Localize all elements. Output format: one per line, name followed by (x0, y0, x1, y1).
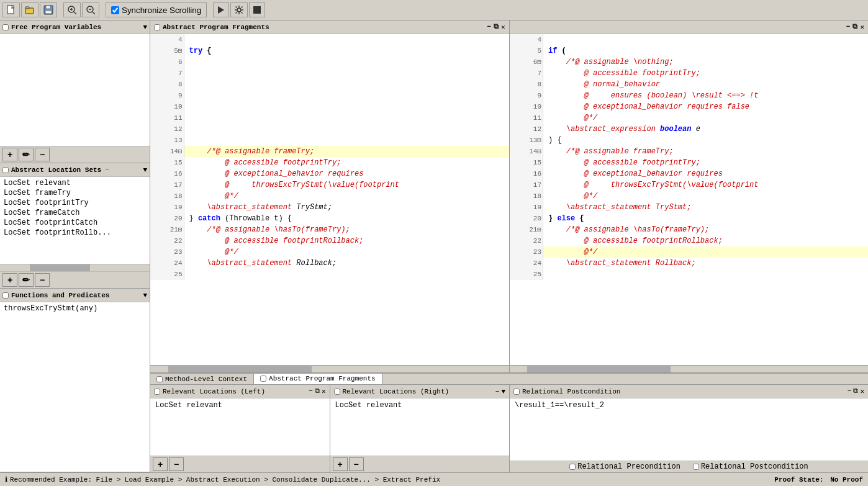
list-item[interactable]: LocSet footprintRollb... (1, 228, 148, 238)
location-sets-remove-button[interactable]: − (35, 273, 50, 287)
code-line (184, 56, 509, 68)
line-number: 12 (150, 124, 184, 135)
relevant-right-header: Relevant Locations (Right) − ▼ (330, 385, 510, 398)
right-close-icon[interactable]: ✕ (860, 23, 864, 31)
bottom-panels: Relevant Locations (Left) − ⧉ ✕ LocSet r… (150, 385, 868, 472)
rel-postcondition-checkbox[interactable] (693, 464, 699, 470)
line-number: 14⊟ (150, 146, 184, 157)
code-line: @ ensures (boolean) \result <==> !t (543, 90, 869, 101)
zoom-in-button[interactable] (63, 2, 81, 17)
code-line: @*/ (184, 246, 509, 258)
functions-header: Functions and Predicates ▼ (0, 289, 150, 302)
right-code-scrollbar[interactable] (510, 365, 869, 372)
location-sets-scrollbar[interactable] (0, 264, 150, 271)
location-sets-title: Abstract Location Sets (11, 166, 101, 174)
location-sets-edit-button[interactable]: ✏ (19, 273, 34, 287)
left-code-area[interactable]: 45⊟try {67891011121314⊟ /*@ assignable f… (150, 34, 509, 365)
code-line: @*/ (543, 246, 869, 258)
line-number: 24 (510, 258, 543, 269)
svg-marker-13 (218, 6, 224, 14)
list-item[interactable]: LocSet footprintCatch (1, 218, 148, 228)
list-item[interactable]: LocSet frameCatch (1, 208, 148, 218)
svg-line-22 (242, 7, 243, 8)
free-vars-remove-button[interactable]: − (35, 148, 50, 161)
play-button[interactable] (213, 2, 229, 17)
list-item[interactable]: LocSet footprintTry (1, 198, 148, 208)
rp-minimize-icon[interactable]: − (848, 387, 852, 395)
relevant-left-title: Relevant Locations (Left) (163, 388, 265, 395)
relational-postcondition-header: Relational Postcondition − ⧉ ✕ (510, 385, 868, 398)
rp-restore-icon[interactable]: ⧉ (853, 387, 858, 395)
status-icon: ℹ (5, 475, 7, 484)
functions-checkbox[interactable] (2, 292, 9, 299)
code-line: @*/ (543, 191, 869, 202)
tab-method-level[interactable]: Method-Level Context (150, 374, 254, 384)
right-restore-icon[interactable]: ⧉ (852, 23, 857, 31)
settings-button[interactable] (230, 2, 248, 17)
location-sets-add-button[interactable]: + (2, 273, 17, 287)
rel-precondition-checkbox[interactable] (569, 464, 576, 470)
location-sets-checkbox[interactable] (2, 167, 9, 173)
bottom-area: Method-Level Context Abstract Program Fr… (150, 373, 868, 472)
free-vars-checkbox[interactable] (2, 24, 9, 30)
list-item[interactable]: throwsExcTryStmt(any) (1, 304, 148, 313)
list-item[interactable]: LocSet frameTry (1, 188, 148, 198)
code-line (184, 112, 509, 124)
rl-minimize-icon[interactable]: − (309, 387, 313, 395)
line-number: 22 (510, 235, 543, 246)
rr-minimize-icon[interactable]: − (495, 388, 500, 395)
sync-checkbox[interactable] (111, 6, 119, 14)
free-vars-add-button[interactable]: + (2, 148, 17, 161)
free-vars-title: Free Program Variables (11, 24, 101, 31)
rl-remove-button[interactable]: − (169, 457, 184, 471)
sync-scrolling-button[interactable]: Synchronize Scrolling (106, 2, 207, 17)
open-button[interactable] (21, 2, 38, 17)
left-code-scrollbar[interactable] (150, 365, 509, 372)
line-number: 24 (150, 258, 184, 269)
svg-rect-4 (46, 6, 50, 9)
left-minimize-icon[interactable]: − (487, 23, 491, 31)
left-restore-icon[interactable]: ⧉ (494, 23, 499, 31)
code-line: /*@ assignable \nothing; (543, 56, 869, 68)
tab-method-level-label: Method-Level Context (165, 376, 247, 383)
left-code-checkbox[interactable] (154, 24, 160, 30)
rr-add-button[interactable]: + (333, 457, 348, 471)
tab-abstract-fragments[interactable]: Abstract Program Fragments (254, 374, 382, 384)
save-button[interactable] (40, 2, 57, 17)
svg-point-14 (237, 8, 241, 12)
stop-button[interactable] (249, 2, 265, 17)
new-button[interactable] (2, 2, 20, 17)
relevant-left-panel: Relevant Locations (Left) − ⧉ ✕ LocSet r… (150, 385, 330, 472)
rr-restore-icon[interactable]: ▼ (501, 388, 505, 395)
right-code-panel: − ⧉ ✕ 45if (6⊟ /*@ assignable \nothing;7… (510, 20, 869, 372)
free-vars-edit-button[interactable]: ✏ (19, 148, 34, 161)
rl-restore-icon[interactable]: ⧉ (315, 387, 320, 395)
rr-remove-button[interactable]: − (349, 457, 364, 471)
left-panel: Free Program Variables ▼ + ✏ − Abstract … (0, 20, 150, 472)
code-line (184, 135, 509, 146)
line-number: 21⊟ (510, 224, 543, 235)
left-close-icon[interactable]: ✕ (501, 23, 505, 31)
code-line: @ exceptional_behavior requires (184, 168, 509, 179)
relevant-left-content: LocSet relevant (150, 398, 330, 456)
line-number: 22 (150, 235, 184, 246)
code-line: @ throwsExcTryStmt(\value(footprint (543, 179, 869, 191)
free-vars-header: Free Program Variables ▼ (0, 20, 150, 34)
code-line: @ accessible footprintTry; (543, 157, 869, 168)
svg-rect-5 (45, 11, 52, 14)
zoom-out-button[interactable] (82, 2, 99, 17)
rl-add-button[interactable]: + (153, 457, 168, 471)
code-line: \abstract_statement Rollback; (184, 258, 509, 269)
rl-close-icon[interactable]: ✕ (322, 387, 326, 395)
line-number: 20 (150, 213, 184, 224)
code-line: @ accessible footprintRollback; (184, 235, 509, 246)
code-line (184, 101, 509, 112)
right-minimize-icon[interactable]: − (846, 23, 851, 31)
list-item[interactable]: LocSet relevant (1, 178, 148, 188)
line-number: 4 (510, 34, 543, 45)
rp-close-icon[interactable]: ✕ (860, 387, 864, 395)
left-code-title: Abstract Program Fragments (163, 24, 269, 31)
relevant-right-toolbar: + − (330, 456, 510, 472)
right-code-area[interactable]: 45if (6⊟ /*@ assignable \nothing;7 @ acc… (510, 34, 869, 365)
line-number: 9 (510, 90, 543, 101)
